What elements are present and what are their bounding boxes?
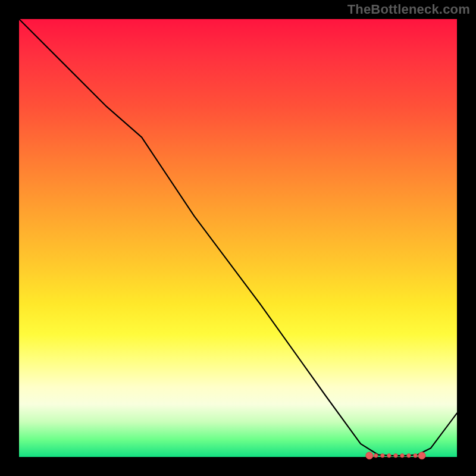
curve-marker [387, 454, 391, 458]
curve-marker [418, 452, 425, 459]
curve-marker [414, 454, 417, 458]
watermark-text: TheBottleneck.com [347, 2, 470, 17]
curve-marker [374, 454, 378, 458]
curve-marker [381, 454, 384, 458]
curve-marker [407, 454, 411, 458]
curve-marker [366, 452, 373, 459]
chart-svg [19, 19, 457, 457]
curve-marker [394, 454, 397, 458]
plot-area [19, 19, 457, 457]
bottleneck-curve [19, 19, 457, 456]
chart-frame: TheBottleneck.com [0, 0, 476, 476]
curve-marker [400, 454, 404, 458]
